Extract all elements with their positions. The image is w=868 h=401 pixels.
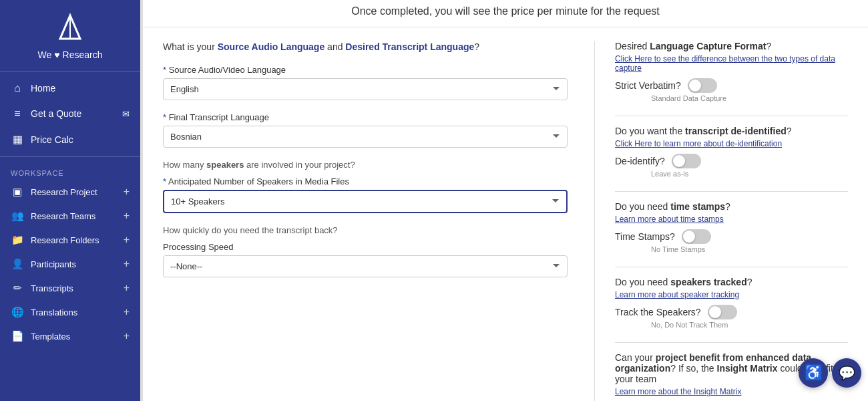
sidebar-item-research-teams[interactable]: 👥 Research Teams + bbox=[0, 204, 140, 228]
processing-speed-select[interactable]: --None-- Standard Rush Super Rush bbox=[163, 255, 568, 277]
sidebar-item-research-project[interactable]: ▣ Research Project + bbox=[0, 180, 140, 204]
capture-format-title: Desired Language Capture Format? bbox=[615, 41, 848, 51]
price-calc-icon: ▦ bbox=[11, 133, 24, 146]
deidentify-toggle[interactable] bbox=[672, 154, 701, 168]
transcripts-plus-icon[interactable]: + bbox=[124, 282, 130, 294]
brand-we: We bbox=[38, 49, 52, 60]
brand-heart-icon: ♥ bbox=[54, 49, 59, 60]
source-language-label: * Source Audio/Video Language bbox=[163, 65, 568, 75]
processing-speed-group: Processing Speed --None-- Standard Rush … bbox=[163, 242, 568, 277]
divider-1 bbox=[615, 116, 848, 116]
timestamps-link[interactable]: Learn more about time stamps bbox=[615, 215, 848, 224]
sidebar-item-price-calc-label: Price Calc bbox=[31, 134, 73, 145]
left-panel: What is your Source Audio Language and D… bbox=[163, 41, 594, 401]
participants-icon: 👤 bbox=[11, 258, 24, 270]
deidentify-sublabel: Leave as-is bbox=[651, 170, 848, 178]
translations-plus-icon[interactable]: + bbox=[124, 306, 130, 318]
source-language-group: * Source Audio/Video Language English Sp… bbox=[163, 65, 568, 100]
timestamps-section: Do you need time stamps? Learn more abou… bbox=[615, 201, 848, 253]
deidentify-title: Do you want the transcript de-identified… bbox=[615, 126, 848, 136]
sidebar-item-participants[interactable]: 👤 Participants + bbox=[0, 252, 140, 276]
sidebar-item-transcripts-label: Transcripts bbox=[31, 283, 73, 293]
speaker-tracking-toggle-row: Track the Speakers? bbox=[615, 305, 848, 319]
capture-format-link[interactable]: Click Here to see the difference between… bbox=[615, 54, 848, 73]
transcript-language-group: * Final Transcript Language English Bosn… bbox=[163, 112, 568, 148]
workspace-label: WORKSPACE bbox=[0, 161, 140, 180]
sidebar-item-templates[interactable]: 📄 Templates + bbox=[0, 324, 140, 348]
divider-4 bbox=[615, 342, 848, 343]
participants-plus-icon[interactable]: + bbox=[124, 258, 130, 270]
deidentify-link[interactable]: Click Here to learn more about de-identi… bbox=[615, 139, 848, 148]
sidebar-item-research-folders-label: Research Folders bbox=[31, 235, 99, 245]
research-teams-icon: 👥 bbox=[11, 210, 24, 222]
deidentify-toggle-row: De-identify? bbox=[615, 154, 848, 168]
divider-2 bbox=[615, 191, 848, 192]
templates-icon: 📄 bbox=[11, 330, 24, 342]
timestamps-sublabel: No Time Stamps bbox=[651, 245, 848, 253]
speaker-tracking-title: Do you need speakers tracked? bbox=[615, 277, 848, 287]
quote-icon: ≡ bbox=[11, 108, 24, 120]
sidebar-brand: We ♥ Research bbox=[38, 49, 103, 60]
sidebar-item-quote-label: Get a Quote bbox=[31, 108, 81, 119]
right-panel: Desired Language Capture Format? Click H… bbox=[594, 41, 848, 401]
chat-icon: 💬 bbox=[839, 365, 855, 381]
sidebar-item-templates-label: Templates bbox=[31, 331, 70, 342]
speaker-tracking-section: Do you need speakers tracked? Learn more… bbox=[615, 277, 848, 329]
speakers-question: How many speakers are involved in your p… bbox=[163, 160, 568, 170]
speakers-count-select[interactable]: 1 Speaker 2 Speakers 3-5 Speakers 6-9 Sp… bbox=[163, 190, 568, 213]
divider-3 bbox=[615, 267, 848, 267]
deidentify-label: De-identify? bbox=[615, 156, 665, 166]
page-header: Once completed, you will see the price p… bbox=[143, 0, 868, 27]
sidebar-item-price-calc[interactable]: ▦ Price Calc bbox=[0, 126, 140, 152]
timestamps-toggle[interactable] bbox=[682, 229, 711, 244]
translations-icon: 🌐 bbox=[11, 306, 24, 318]
sidebar-item-translations[interactable]: 🌐 Translations + bbox=[0, 300, 140, 324]
research-teams-plus-icon[interactable]: + bbox=[124, 210, 130, 222]
logo-icon bbox=[53, 12, 87, 45]
timestamps-label: Time Stamps? bbox=[615, 231, 675, 242]
timestamps-title: Do you need time stamps? bbox=[615, 201, 848, 212]
speakers-count-label: * Anticipated Number of Speakers in Medi… bbox=[163, 176, 568, 186]
speaker-tracking-sublabel: No, Do Not Track Them bbox=[651, 321, 848, 329]
sidebar-divider-top bbox=[0, 71, 140, 72]
verbatim-toggle[interactable] bbox=[688, 78, 717, 93]
verbatim-toggle-row: Strict Verbatim? bbox=[615, 78, 848, 93]
main-content: Once completed, you will see the price p… bbox=[143, 0, 868, 401]
source-language-select[interactable]: English Spanish French German Bosnian bbox=[163, 78, 568, 100]
deidentify-section: Do you want the transcript de-identified… bbox=[615, 126, 848, 178]
speaker-tracking-link[interactable]: Learn more about speaker tracking bbox=[615, 290, 848, 299]
sidebar-logo-section: We ♥ Research bbox=[0, 0, 140, 67]
templates-plus-icon[interactable]: + bbox=[124, 330, 130, 342]
sidebar-item-participants-label: Participants bbox=[31, 259, 76, 269]
research-project-icon: ▣ bbox=[11, 186, 24, 198]
insight-matrix-link[interactable]: Learn more about the Insight Matrix bbox=[615, 387, 848, 396]
research-project-plus-icon[interactable]: + bbox=[124, 186, 130, 198]
verbatim-sublabel: Standard Data Capture bbox=[651, 94, 848, 102]
accessibility-icon: ♿ bbox=[805, 364, 823, 382]
sidebar-item-home[interactable]: ⌂ Home bbox=[0, 76, 140, 101]
header-text: Once completed, you will see the price p… bbox=[351, 5, 660, 17]
sidebar-item-home-label: Home bbox=[31, 83, 55, 94]
speaker-tracking-label: Track the Speakers? bbox=[615, 307, 701, 317]
sidebar-item-transcripts[interactable]: ✏ Transcripts + bbox=[0, 276, 140, 300]
sidebar-item-research-teams-label: Research Teams bbox=[31, 211, 95, 221]
transcript-language-select[interactable]: English Bosnian Spanish French bbox=[163, 126, 568, 148]
language-section-title: What is your Source Audio Language and D… bbox=[163, 41, 568, 54]
chat-button[interactable]: 💬 bbox=[832, 358, 861, 388]
speakers-count-group: * Anticipated Number of Speakers in Medi… bbox=[163, 176, 568, 213]
speed-question: How quickly do you need the transcript b… bbox=[163, 225, 568, 235]
timestamps-toggle-row: Time Stamps? bbox=[615, 229, 848, 244]
research-folders-icon: 📁 bbox=[11, 234, 24, 246]
speaker-tracking-toggle[interactable] bbox=[708, 305, 737, 319]
research-folders-plus-icon[interactable]: + bbox=[124, 234, 130, 246]
sidebar-item-get-a-quote[interactable]: ≡ Get a Quote ✉ bbox=[0, 101, 140, 126]
sidebar-item-research-folders[interactable]: 📁 Research Folders + bbox=[0, 228, 140, 252]
mail-icon: ✉ bbox=[122, 109, 130, 119]
sidebar-item-research-project-label: Research Project bbox=[31, 187, 97, 197]
home-icon: ⌂ bbox=[11, 82, 24, 94]
accessibility-button[interactable]: ♿ bbox=[799, 358, 828, 388]
verbatim-label: Strict Verbatim? bbox=[615, 80, 681, 91]
content-body: What is your Source Audio Language and D… bbox=[143, 27, 868, 401]
sidebar: We ♥ Research ⌂ Home ≡ Get a Quote ✉ ▦ P… bbox=[0, 0, 140, 401]
sidebar-item-translations-label: Translations bbox=[31, 307, 77, 317]
